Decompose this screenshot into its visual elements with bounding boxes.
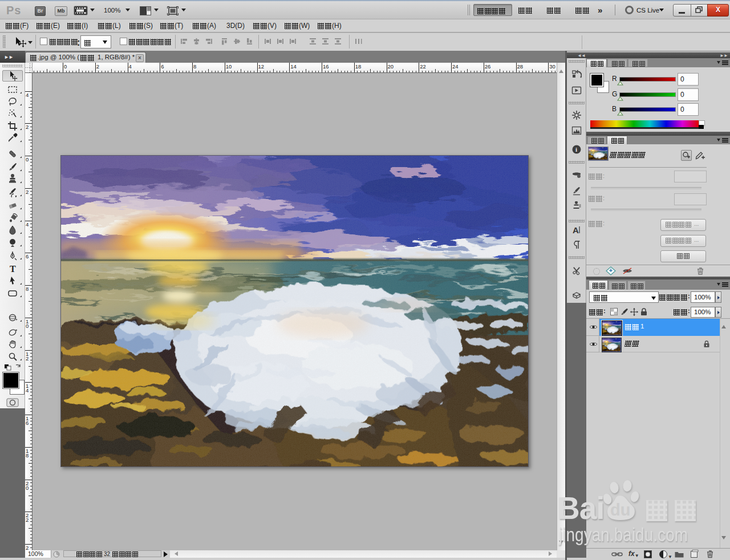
svg-text:A: A [573, 225, 579, 235]
svg-text:i: i [575, 146, 577, 153]
svg-text:T: T [10, 264, 16, 274]
svg-text:du: du [610, 501, 630, 519]
